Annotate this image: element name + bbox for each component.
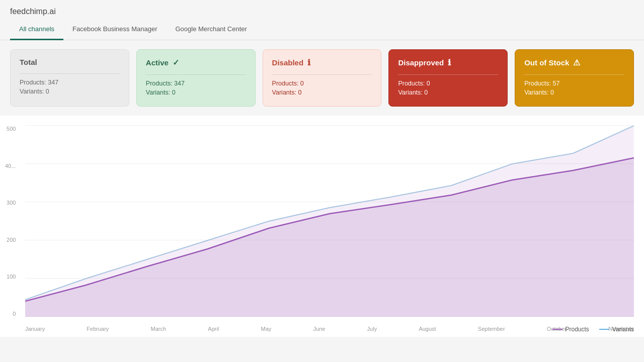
card-total-products: Products: 347 — [20, 79, 120, 86]
card-disapproved: Disapproved ℹ Products: 0 Variants: 0 — [388, 49, 508, 107]
disapproved-icon: ℹ — [448, 58, 451, 67]
card-total-title-text: Total — [20, 58, 37, 66]
chart-svg — [25, 126, 634, 317]
card-disabled-variants: Variants: 0 — [272, 89, 372, 96]
x-label-mar: March — [151, 326, 167, 332]
variants-legend-line — [599, 329, 609, 330]
card-outofstock-title: Out of Stock ⚠ — [524, 58, 624, 67]
x-label-apr: April — [208, 326, 219, 332]
x-label-jan: January — [25, 326, 45, 332]
chart-area: 0 100 200 300 40... 500 January — [25, 126, 634, 317]
y-label-500: 500 — [5, 126, 16, 132]
card-disabled: Disabled ℹ Products: 0 Variants: 0 — [263, 49, 382, 107]
tab-all-channels[interactable]: All channels — [10, 20, 63, 40]
check-icon: ✓ — [173, 58, 179, 67]
legend: Products Variants — [552, 326, 634, 333]
y-label-400: 40... — [5, 163, 16, 169]
legend-variants: Variants — [599, 326, 634, 333]
card-disapproved-variants: Variants: 0 — [398, 89, 498, 96]
products-legend-label: Products — [566, 326, 589, 333]
app-logo: feedchimp.ai — [10, 7, 56, 16]
x-label-sep: September — [478, 326, 505, 332]
products-legend-line — [552, 329, 562, 330]
variants-legend-label: Variants — [612, 326, 634, 333]
variants-area — [25, 126, 634, 317]
x-label-aug: August — [419, 326, 436, 332]
card-total-title: Total — [20, 58, 120, 66]
x-label-jun: June — [313, 326, 326, 332]
warning-icon: ⚠ — [573, 58, 580, 67]
card-disabled-title: Disabled ℹ — [272, 58, 372, 67]
x-label-jul: July — [367, 326, 377, 332]
tabs-bar: All channels Facebook Business Manager G… — [0, 20, 644, 40]
tab-google[interactable]: Google Merchant Center — [166, 20, 256, 40]
card-active-products: Products: 347 — [146, 80, 246, 87]
x-label-feb: February — [87, 326, 109, 332]
card-disabled-title-text: Disabled — [272, 58, 304, 67]
y-label-200: 200 — [5, 237, 16, 243]
card-active-title: Active ✓ — [146, 58, 246, 67]
legend-products: Products — [552, 326, 589, 333]
card-active-variants: Variants: 0 — [146, 89, 246, 96]
card-disapproved-title: Disapproved ℹ — [398, 58, 498, 67]
card-outofstock-variants: Variants: 0 — [524, 89, 624, 96]
card-disabled-products: Products: 0 — [272, 80, 372, 87]
card-outofstock-title-text: Out of Stock — [524, 58, 569, 67]
x-axis: January February March April May June Ju… — [25, 326, 634, 332]
card-total-variants: Variants: 0 — [20, 88, 120, 95]
card-outofstock-products: Products: 57 — [524, 80, 624, 87]
card-active-title-text: Active — [146, 58, 169, 67]
summary-cards: Total Products: 347 Variants: 0 Active ✓… — [0, 40, 644, 116]
y-axis: 0 100 200 300 40... 500 — [5, 126, 16, 317]
y-label-300: 300 — [5, 200, 16, 206]
card-disapproved-products: Products: 0 — [398, 80, 498, 87]
chart-container: 0 100 200 300 40... 500 January — [0, 116, 644, 337]
y-label-0: 0 — [5, 311, 16, 317]
y-label-100: 100 — [5, 274, 16, 280]
x-label-may: May — [261, 326, 272, 332]
card-disapproved-title-text: Disapproved — [398, 58, 444, 67]
info-icon: ℹ — [307, 58, 310, 67]
card-total: Total Products: 347 Variants: 0 — [10, 49, 129, 107]
card-active: Active ✓ Products: 347 Variants: 0 — [136, 49, 256, 107]
card-outofstock: Out of Stock ⚠ Products: 57 Variants: 0 — [515, 49, 634, 107]
tab-facebook[interactable]: Facebook Business Manager — [63, 20, 166, 40]
